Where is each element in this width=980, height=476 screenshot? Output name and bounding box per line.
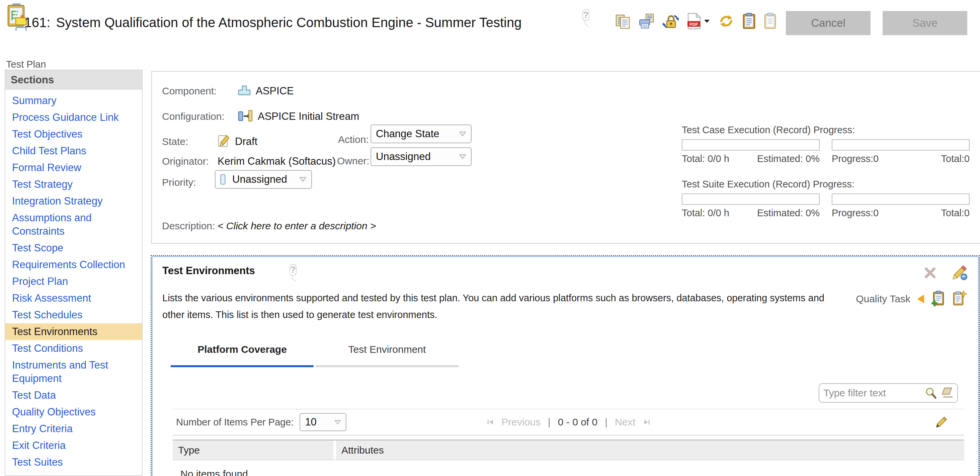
sidebar-item-quality-objectives[interactable]: Quality Objectives <box>5 404 142 420</box>
sections-header: Sections <box>5 70 142 90</box>
state-label: State: <box>162 136 213 147</box>
tab-test-environment[interactable]: Test Environment <box>316 338 458 367</box>
test-case-estimated: Estimated: 0% <box>757 153 820 164</box>
originator-value: Kerim Cakmak (Softacus) <box>218 155 336 167</box>
test-suite-total-hours: Total: 0/0 h <box>682 207 729 218</box>
sidebar-item-integration-strategy[interactable]: Integration Strategy <box>5 193 142 210</box>
items-per-page-dropdown[interactable]: 10 <box>299 413 347 431</box>
chevron-down-icon <box>299 177 307 182</box>
action-dropdown-value: Change State <box>376 128 439 140</box>
sidebar-item-risk-assessment[interactable]: Risk Assessment <box>5 290 142 307</box>
test-case-total-count: Total:0 <box>941 153 970 164</box>
collapse-left-triangle-icon[interactable] <box>917 295 924 303</box>
sidebar-item-requirements-collection[interactable]: Requirements Collection <box>5 256 142 273</box>
table-empty-message: No items found <box>180 468 248 476</box>
save-button[interactable]: Save <box>883 11 967 35</box>
chevron-down-icon <box>459 131 466 137</box>
title-help-icon[interactable]: ? <box>582 9 589 21</box>
filter-input[interactable] <box>823 387 925 399</box>
page-title: *161: System Qualification of the Atmosp… <box>20 9 536 32</box>
pagination-separator: | <box>605 416 608 428</box>
quality-task-label: Quality Task <box>856 293 910 305</box>
sidebar-item-summary[interactable]: Summary <box>5 92 142 109</box>
section-help-icon[interactable]: ? <box>290 263 296 276</box>
paste-icon[interactable] <box>764 13 776 29</box>
section-title: Test Environments <box>162 265 255 277</box>
priority-dropdown-value: Unassigned <box>230 174 294 185</box>
test-suite-total-count: Total:0 <box>941 207 970 218</box>
test-case-hours-progress-bar <box>682 139 820 151</box>
description-placeholder[interactable]: < Click here to enter a description > <box>218 220 376 232</box>
sidebar-item-test-environments[interactable]: Test Environments <box>5 323 142 340</box>
dirty-marker: * <box>20 12 24 24</box>
last-page-icon[interactable] <box>643 418 651 426</box>
artifact-type-label: Test Plan <box>6 59 46 70</box>
refresh-icon[interactable] <box>718 13 734 29</box>
items-per-page-label: Number of Items Per Page: <box>176 417 294 428</box>
clear-filter-eraser-icon[interactable] <box>940 387 953 399</box>
priority-label: Priority: <box>162 177 196 188</box>
sidebar-item-entry-criteria[interactable]: Entry Criteria <box>5 420 142 437</box>
sidebar-item-exit-criteria[interactable]: Exit Criteria <box>5 437 142 454</box>
test-suite-progress-count: Progress:0 <box>832 207 878 218</box>
header-toolbar: PDF <box>615 13 776 29</box>
add-quality-task-icon[interactable] <box>931 290 945 307</box>
duplicate-icon[interactable] <box>615 13 631 29</box>
tab-platform-coverage[interactable]: Platform Coverage <box>171 338 313 367</box>
action-label: Action: <box>338 134 369 145</box>
originator-label: Originator: <box>162 156 213 167</box>
section-description: Lists the various environments supported… <box>162 290 838 323</box>
copy-to-clipboard-icon[interactable] <box>742 13 756 29</box>
component-icon <box>238 85 251 97</box>
test-environments-section: Test Environments ? Lists the various en… <box>151 255 980 476</box>
sidebar-item-instruments-and-test-equipment[interactable]: Instruments and Test Equipment <box>5 357 142 387</box>
generate-task-icon[interactable] <box>952 290 967 307</box>
column-header-type[interactable]: Type <box>173 441 333 460</box>
test-case-progress-count: Progress:0 <box>832 153 878 164</box>
owner-label: Owner: <box>337 155 369 167</box>
sidebar-item-assumptions-and-constraints[interactable]: Assumptions and Constraints <box>5 210 142 240</box>
test-suite-execution-progress: Test Suite Execution (Record) Progress: … <box>682 178 970 218</box>
sections-sidebar: Sections Summary Process Guidance Link T… <box>5 70 143 476</box>
test-suite-hours-progress-bar <box>682 193 820 205</box>
action-dropdown[interactable]: Change State <box>371 124 472 143</box>
sidebar-item-process-guidance-link[interactable]: Process Guidance Link <box>5 109 142 126</box>
cancel-button[interactable]: Cancel <box>786 11 870 35</box>
sidebar-item-test-objectives[interactable]: Test Objectives <box>5 126 142 143</box>
quality-task-row: Quality Task <box>856 290 967 307</box>
edit-table-pencil-icon[interactable] <box>935 416 948 430</box>
test-case-execution-progress: Test Case Execution (Record) Progress: T… <box>682 124 970 164</box>
export-pdf-button[interactable]: PDF <box>687 13 710 29</box>
sidebar-item-test-schedules[interactable]: Test Schedules <box>5 307 142 323</box>
test-case-count-progress-bar <box>832 139 970 151</box>
previous-page-button[interactable]: Previous <box>501 416 541 428</box>
sidebar-item-formal-review[interactable]: Formal Review <box>5 159 142 176</box>
print-icon[interactable] <box>639 13 655 29</box>
sidebar-item-test-suites[interactable]: Test Suites <box>5 454 142 471</box>
remove-section-icon[interactable] <box>924 267 936 280</box>
owner-dropdown[interactable]: Unassigned <box>371 147 472 166</box>
owner-dropdown-value: Unassigned <box>376 151 431 163</box>
pagination-range: 0 - 0 of 0 <box>558 416 597 428</box>
sidebar-item-project-plan[interactable]: Project Plan <box>5 273 142 290</box>
lock-permissions-icon[interactable] <box>663 13 679 29</box>
sidebar-item-child-test-plans[interactable]: Child Test Plans <box>5 143 142 159</box>
next-page-button[interactable]: Next <box>615 416 636 428</box>
sidebar-item-test-data[interactable]: Test Data <box>5 387 142 404</box>
items-per-page-value: 10 <box>305 416 316 428</box>
stream-configuration-icon <box>238 109 253 124</box>
test-suite-count-progress-bar <box>832 193 970 205</box>
table-header-row: Type Attributes <box>173 439 964 460</box>
sidebar-item-test-scope[interactable]: Test Scope <box>5 240 142 256</box>
column-header-attributes[interactable]: Attributes <box>336 441 964 460</box>
priority-unassigned-icon <box>220 174 226 185</box>
sidebar-item-test-conditions[interactable]: Test Conditions <box>5 340 142 357</box>
first-page-icon[interactable] <box>486 418 494 426</box>
test-case-total-hours: Total: 0/0 h <box>682 153 729 164</box>
edit-section-icon[interactable] <box>952 266 967 282</box>
component-value: ASPICE <box>256 85 294 97</box>
search-icon[interactable] <box>925 387 937 399</box>
priority-dropdown[interactable]: Unassigned <box>215 170 312 189</box>
artifact-id: 161: <box>24 15 52 30</box>
sidebar-item-test-strategy[interactable]: Test Strategy <box>5 176 142 193</box>
